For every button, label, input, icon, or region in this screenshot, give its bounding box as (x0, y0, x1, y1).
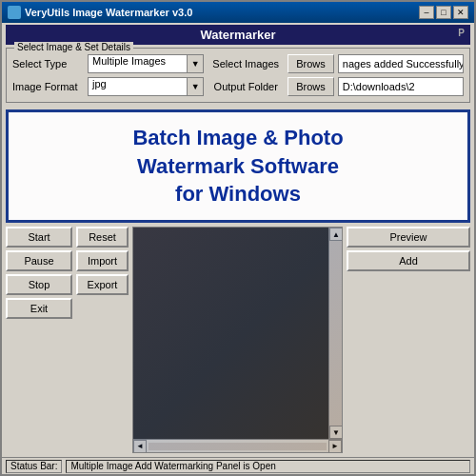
app-header-title: Watermarker (200, 28, 275, 42)
status-bar: Status Bar: Multiple Image Add Watermark… (2, 457, 474, 474)
image-format-arrow[interactable]: ▼ (187, 77, 204, 96)
select-type-arrow[interactable]: ▼ (187, 54, 204, 73)
browse1-button[interactable]: Brows (288, 54, 334, 73)
list-bg (133, 228, 342, 452)
select-type-label: Select Type (12, 58, 84, 69)
image-format-row: Image Format jpg ▼ Output Folder Brows D… (12, 77, 464, 96)
window-title: VeryUtils Image Watermarker v3.0 (25, 7, 419, 18)
maximize-button[interactable]: □ (436, 6, 451, 19)
reset-button[interactable]: Reset (76, 227, 129, 248)
add-button[interactable]: Add (347, 250, 470, 271)
banner-line3: for Windows (16, 180, 460, 208)
main-content: Watermarker P Select Image & Set Details… (2, 23, 474, 457)
status-label: Status Bar: (6, 460, 62, 473)
start-button[interactable]: Start (6, 227, 72, 248)
browse2-button[interactable]: Brows (288, 77, 334, 96)
image-format-container: jpg ▼ (88, 77, 204, 96)
select-images-label: Select Images (208, 58, 284, 69)
pause-button[interactable]: Pause (6, 250, 72, 271)
window-controls: – □ ✕ (419, 6, 468, 19)
import-button[interactable]: Import (76, 250, 129, 271)
exit-button[interactable]: Exit (6, 298, 72, 319)
stop-button[interactable]: Stop (6, 274, 72, 295)
bottom-area: Start Pause Stop Exit Reset Import Expor… (6, 227, 470, 453)
select-image-group: Select Image & Set Details Select Type M… (6, 48, 470, 103)
close-button[interactable]: ✕ (453, 6, 468, 19)
app-window: VeryUtils Image Watermarker v3.0 – □ ✕ W… (0, 0, 476, 476)
status-message: Multiple Image Add Watermarking Panel is… (66, 460, 470, 473)
select-type-container: Multiple Images ▼ (88, 54, 204, 73)
export-button[interactable]: Export (76, 274, 129, 295)
promo-banner: Batch Image & Photo Watermark Software f… (6, 109, 470, 223)
pin-icon[interactable]: P (458, 28, 465, 38)
banner-line2: Watermark Software (16, 152, 460, 181)
side-buttons: Reset Import Export (76, 227, 129, 453)
output-path-output: D:\downloads\2 (338, 77, 464, 96)
select-type-input[interactable]: Multiple Images (88, 54, 187, 73)
minimize-button[interactable]: – (419, 6, 434, 19)
title-bar: VeryUtils Image Watermarker v3.0 – □ ✕ (2, 2, 474, 23)
right-panel: Preview Add (347, 227, 470, 453)
banner-line1: Batch Image & Photo (16, 124, 460, 152)
image-format-input[interactable]: jpg (88, 77, 187, 96)
image-format-label: Image Format (12, 81, 84, 92)
images-added-output: nages added Successfully (338, 54, 464, 73)
preview-button[interactable]: Preview (347, 227, 470, 248)
app-icon (8, 6, 21, 19)
group-label: Select Image & Set Details (14, 42, 133, 52)
output-folder-label: Output Folder (208, 81, 284, 92)
text-list-area: ▲ ▼ ◄ ► (132, 227, 343, 453)
action-buttons: Start Pause Stop Exit (6, 227, 72, 453)
select-type-row: Select Type Multiple Images ▼ Select Ima… (12, 54, 464, 73)
